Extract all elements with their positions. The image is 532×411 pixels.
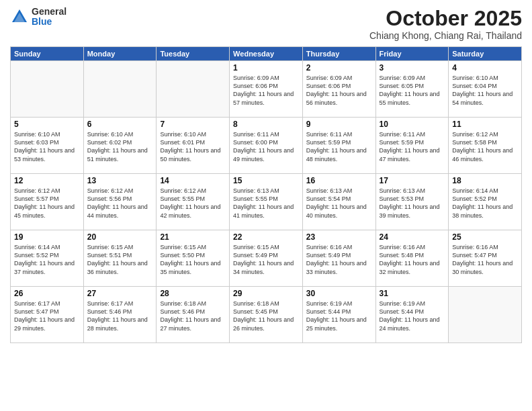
day-number: 11 [452,120,518,129]
day-number: 14 [160,176,226,185]
page-container: General Blue October 2025 Chiang Khong, … [0,0,532,411]
logo-general-text: General [32,7,66,17]
col-sunday: Sunday [11,47,84,61]
calendar-cell-w4-d2: 20Sunrise: 6:15 AMSunset: 5:51 PMDayligh… [83,230,157,287]
calendar-week-4: 19Sunrise: 6:14 AMSunset: 5:52 PMDayligh… [11,230,522,287]
day-number: 30 [306,289,372,298]
day-number: 12 [14,176,80,185]
day-number: 1 [233,63,299,73]
calendar-cell-w3-d4: 15Sunrise: 6:13 AMSunset: 5:55 PMDayligh… [230,174,303,230]
day-number: 28 [160,289,226,298]
calendar-cell-w3-d2: 13Sunrise: 6:12 AMSunset: 5:56 PMDayligh… [83,174,157,230]
calendar-table: Sunday Monday Tuesday Wednesday Thursday… [10,46,522,343]
day-number: 31 [380,289,445,298]
calendar-cell-w2-d3: 7Sunrise: 6:10 AMSunset: 6:01 PMDaylight… [157,118,230,174]
calendar-cell-w3-d1: 12Sunrise: 6:12 AMSunset: 5:57 PMDayligh… [11,174,84,230]
day-info: Sunrise: 6:13 AMSunset: 5:53 PMDaylight:… [380,187,445,220]
calendar-cell-w4-d7: 25Sunrise: 6:16 AMSunset: 5:47 PMDayligh… [449,230,522,287]
calendar-week-1: 1Sunrise: 6:09 AMSunset: 6:06 PMDaylight… [11,61,522,118]
day-info: Sunrise: 6:16 AMSunset: 5:47 PMDaylight:… [452,243,518,276]
day-number: 6 [87,120,153,129]
day-info: Sunrise: 6:09 AMSunset: 6:05 PMDaylight:… [380,74,445,107]
calendar-cell-w5-d6: 31Sunrise: 6:19 AMSunset: 5:44 PMDayligh… [375,287,449,343]
calendar-cell-w3-d6: 17Sunrise: 6:13 AMSunset: 5:53 PMDayligh… [375,174,449,230]
day-number: 24 [380,232,445,242]
day-info: Sunrise: 6:15 AMSunset: 5:50 PMDaylight:… [160,243,226,276]
day-info: Sunrise: 6:15 AMSunset: 5:51 PMDaylight:… [87,243,153,276]
calendar-cell-w2-d4: 8Sunrise: 6:11 AMSunset: 6:00 PMDaylight… [230,118,303,174]
col-saturday: Saturday [449,47,522,61]
day-number: 22 [233,232,299,242]
day-info: Sunrise: 6:14 AMSunset: 5:52 PMDaylight:… [452,187,518,220]
day-number: 21 [160,232,226,242]
day-info: Sunrise: 6:14 AMSunset: 5:52 PMDaylight:… [14,243,80,276]
page-header: General Blue October 2025 Chiang Khong, … [10,7,522,41]
day-number: 9 [306,120,372,129]
day-info: Sunrise: 6:12 AMSunset: 5:55 PMDaylight:… [160,187,226,220]
calendar-cell-w4-d5: 23Sunrise: 6:16 AMSunset: 5:49 PMDayligh… [302,230,375,287]
col-monday: Monday [83,47,157,61]
calendar-header-row: Sunday Monday Tuesday Wednesday Thursday… [11,47,522,61]
calendar-cell-w5-d7 [449,287,522,343]
calendar-cell-w4-d1: 19Sunrise: 6:14 AMSunset: 5:52 PMDayligh… [11,230,84,287]
calendar-cell-w3-d3: 14Sunrise: 6:12 AMSunset: 5:55 PMDayligh… [157,174,230,230]
day-number: 23 [306,232,372,242]
day-number: 8 [233,120,299,129]
calendar-cell-w1-d2 [83,61,157,118]
calendar-cell-w5-d2: 27Sunrise: 6:17 AMSunset: 5:46 PMDayligh… [83,287,157,343]
day-info: Sunrise: 6:13 AMSunset: 5:54 PMDaylight:… [306,187,372,220]
day-number: 7 [160,120,226,129]
day-info: Sunrise: 6:10 AMSunset: 6:02 PMDaylight:… [87,130,153,163]
day-number: 2 [306,63,372,73]
calendar-week-5: 26Sunrise: 6:17 AMSunset: 5:47 PMDayligh… [11,287,522,343]
calendar-cell-w3-d5: 16Sunrise: 6:13 AMSunset: 5:54 PMDayligh… [302,174,375,230]
calendar-cell-w2-d1: 5Sunrise: 6:10 AMSunset: 6:03 PMDaylight… [11,118,84,174]
calendar-cell-w1-d1 [11,61,84,118]
day-info: Sunrise: 6:13 AMSunset: 5:55 PMDaylight:… [233,187,299,220]
col-wednesday: Wednesday [230,47,303,61]
day-info: Sunrise: 6:12 AMSunset: 5:57 PMDaylight:… [14,187,80,220]
calendar-cell-w5-d4: 29Sunrise: 6:18 AMSunset: 5:45 PMDayligh… [230,287,303,343]
calendar-cell-w2-d6: 10Sunrise: 6:11 AMSunset: 5:59 PMDayligh… [375,118,449,174]
day-number: 19 [14,232,80,242]
col-friday: Friday [375,47,449,61]
calendar-cell-w1-d4: 1Sunrise: 6:09 AMSunset: 6:06 PMDaylight… [230,61,303,118]
calendar-week-3: 12Sunrise: 6:12 AMSunset: 5:57 PMDayligh… [11,174,522,230]
day-info: Sunrise: 6:18 AMSunset: 5:46 PMDaylight:… [160,300,226,332]
day-info: Sunrise: 6:18 AMSunset: 5:45 PMDaylight:… [233,300,299,332]
day-info: Sunrise: 6:16 AMSunset: 5:48 PMDaylight:… [380,243,445,276]
logo-text: General Blue [32,7,66,28]
day-number: 13 [87,176,153,185]
calendar-cell-w2-d7: 11Sunrise: 6:12 AMSunset: 5:58 PMDayligh… [449,118,522,174]
calendar-cell-w1-d3 [157,61,230,118]
day-info: Sunrise: 6:11 AMSunset: 6:00 PMDaylight:… [233,130,299,163]
day-number: 10 [380,120,445,129]
day-number: 4 [452,63,518,73]
day-info: Sunrise: 6:10 AMSunset: 6:01 PMDaylight:… [160,130,226,163]
calendar-cell-w4-d3: 21Sunrise: 6:15 AMSunset: 5:50 PMDayligh… [157,230,230,287]
calendar-cell-w5-d1: 26Sunrise: 6:17 AMSunset: 5:47 PMDayligh… [11,287,84,343]
day-number: 5 [14,120,80,129]
day-number: 26 [14,289,80,298]
day-number: 27 [87,289,153,298]
day-info: Sunrise: 6:09 AMSunset: 6:06 PMDaylight:… [233,74,299,107]
day-info: Sunrise: 6:15 AMSunset: 5:49 PMDaylight:… [233,243,299,276]
calendar-cell-w4-d4: 22Sunrise: 6:15 AMSunset: 5:49 PMDayligh… [230,230,303,287]
day-info: Sunrise: 6:12 AMSunset: 5:58 PMDaylight:… [452,130,518,163]
day-info: Sunrise: 6:17 AMSunset: 5:46 PMDaylight:… [87,300,153,332]
day-info: Sunrise: 6:10 AMSunset: 6:04 PMDaylight:… [452,74,518,107]
day-number: 18 [452,176,518,185]
day-number: 20 [87,232,153,242]
day-info: Sunrise: 6:19 AMSunset: 5:44 PMDaylight:… [380,300,445,332]
calendar-cell-w4-d6: 24Sunrise: 6:16 AMSunset: 5:48 PMDayligh… [375,230,449,287]
day-info: Sunrise: 6:11 AMSunset: 5:59 PMDaylight:… [306,130,372,163]
day-number: 29 [233,289,299,298]
logo-blue-text: Blue [32,17,66,27]
day-number: 17 [380,176,445,185]
day-info: Sunrise: 6:16 AMSunset: 5:49 PMDaylight:… [306,243,372,276]
col-tuesday: Tuesday [157,47,230,61]
location-subtitle: Chiang Khong, Chiang Rai, Thailand [369,30,522,41]
day-number: 16 [306,176,372,185]
calendar-cell-w5-d5: 30Sunrise: 6:19 AMSunset: 5:44 PMDayligh… [302,287,375,343]
calendar-cell-w2-d5: 9Sunrise: 6:11 AMSunset: 5:59 PMDaylight… [302,118,375,174]
